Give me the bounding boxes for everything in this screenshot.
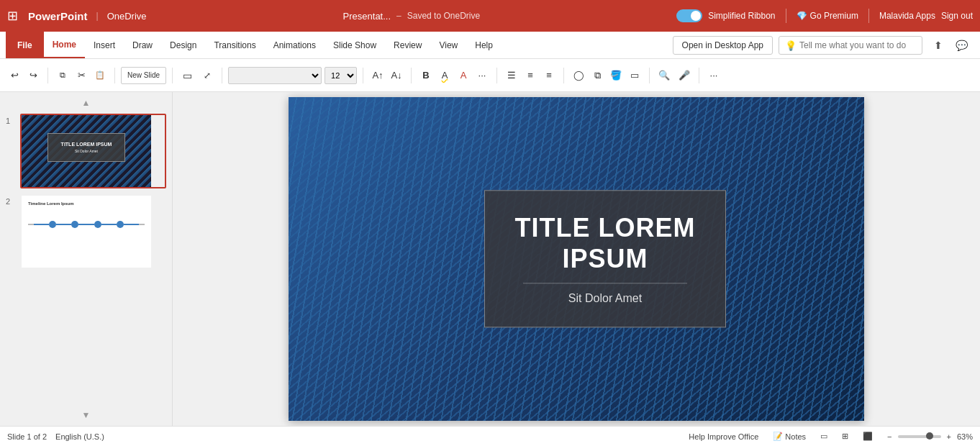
toolbar: ↩ ↪ ⧉ ✂ 📋 New Slide ▭ ⤢ 12 A↑ A↓ B A A ·… [0,59,980,92]
notes-button[interactable]: 📝 Notes [770,432,809,441]
toolbar-sep10 [699,68,699,83]
text-format-group: B A A ··· [417,65,491,86]
zoom-in-button[interactable]: + [944,432,954,441]
copy-button[interactable]: ⧉ [54,65,71,86]
paste-button[interactable]: 📋 [91,65,109,86]
scroll-down-button[interactable]: ▼ [6,410,166,420]
main-slide-textbox[interactable]: TITLE LOREM IPSUM Sit Dolor Amet [484,190,726,327]
menu-design[interactable]: Design [161,32,205,58]
title-bar: ⊞ PowerPoint | OneDrive Presentat... – S… [0,0,980,32]
slide-image-2[interactable]: Timeline Lorem Ipsum [20,194,166,269]
go-premium-button[interactable]: 💎 Go Premium [797,11,858,21]
reset-button[interactable]: ⤢ [199,65,216,86]
font-size-adjust-group: A↑ A↓ [369,65,405,86]
more-text-button[interactable]: ··· [473,65,491,86]
dictate-button[interactable]: 🎤 [676,65,693,86]
slide-canvas-1: TITLE LOREM IPSUM Sit Dolor Amet [22,115,151,187]
bullet-list-button[interactable]: ☰ [503,65,520,86]
tell-me-input[interactable] [799,40,916,50]
menu-home[interactable]: Home [44,32,85,58]
simplified-ribbon-area: Simplified Ribbon [676,9,775,22]
font-color-button[interactable]: A [455,65,472,86]
malavida-apps-link[interactable]: Malavida Apps [879,11,935,21]
tell-me-area[interactable]: 💡 [779,36,922,55]
app-name: PowerPoint [28,10,88,22]
menu-view[interactable]: View [430,32,466,58]
toolbar-sep6 [411,68,412,83]
titlebar-divider1 [786,9,786,23]
menu-insert[interactable]: Insert [85,32,124,58]
search-button[interactable]: 🔍 [655,65,673,86]
simplified-ribbon-label: Simplified Ribbon [708,11,775,21]
highlight-button[interactable]: A [436,65,453,86]
slide1-title-sm: TITLE LOREM IPSUM [61,142,112,147]
clipboard-group: ⧉ ✂ 📋 [54,65,109,86]
align-button[interactable]: ≡ [540,65,558,86]
slide-number-1: 1 [6,114,16,125]
slide-sorter-button[interactable]: ⊞ [839,432,851,441]
font-size-select[interactable]: 12 [325,67,357,84]
slide2-timeline-area [28,221,145,228]
zoom-slider[interactable] [898,435,941,438]
menu-slideshow[interactable]: Slide Show [325,32,385,58]
canvas-area: TITLE LOREM IPSUM Sit Dolor Amet [173,92,980,426]
sign-out-link[interactable]: Sign out [941,11,973,21]
menu-transitions[interactable]: Transitions [205,32,264,58]
font-decrease-button[interactable]: A↓ [388,65,405,86]
undo-button[interactable]: ↩ [6,65,23,86]
toolbar-sep5 [363,68,363,83]
new-slide-button[interactable]: New Slide [121,67,166,84]
header-right-icons: ⬆ 💬 [925,32,974,58]
normal-view-icon: ▭ [820,432,827,441]
menu-animations[interactable]: Animations [265,32,325,58]
font-name-select[interactable] [228,67,322,84]
numbered-list-button[interactable]: ≡ [522,65,539,86]
normal-view-button[interactable]: ▭ [817,432,830,441]
comments-icon[interactable]: 💬 [951,35,971,55]
slide-canvas-2: Timeline Lorem Ipsum [22,196,151,268]
zoom-thumb [926,432,933,440]
app-grid-icon[interactable]: ⊞ [7,8,18,24]
slide1-subtitle-sm: Sit Dolor Amet [75,149,98,153]
menu-draw[interactable]: Draw [124,32,161,58]
scroll-up-button[interactable]: ▲ [6,98,166,108]
more-button[interactable]: ··· [705,65,722,86]
main-slide-title: TITLE LOREM IPSUM [502,212,708,274]
main-slide[interactable]: TITLE LOREM IPSUM Sit Dolor Amet [289,97,864,421]
help-improve-button[interactable]: Help Improve Office [686,432,761,441]
toolbar-sep4 [222,68,222,83]
main-area: ▲ 1 TITLE LOREM IPSUM Sit Dolor Amet 2 [0,92,980,426]
slide-number-2: 2 [6,194,16,206]
cut-button[interactable]: ✂ [73,65,90,86]
slide-thumb-2[interactable]: 2 Timeline Lorem Ipsum [6,194,166,269]
share-icon[interactable]: ⬆ [928,35,948,55]
onedrive-label[interactable]: OneDrive [107,11,147,22]
saved-status: Saved to OneDrive [407,11,480,21]
slide-image-1[interactable]: TITLE LOREM IPSUM Sit Dolor Amet [20,114,166,188]
bold-button[interactable]: B [417,65,435,86]
shape-outline-button[interactable]: ▭ [626,65,643,86]
font-increase-button[interactable]: A↑ [369,65,386,86]
new-slide-label: New Slide [127,71,160,79]
simplified-ribbon-toggle[interactable] [676,9,702,22]
slide-thumb-1[interactable]: 1 TITLE LOREM IPSUM Sit Dolor Amet [6,114,166,188]
toolbar-sep1 [47,68,48,83]
slide1-textbox: TITLE LOREM IPSUM Sit Dolor Amet [47,133,125,162]
arrange-button[interactable]: ⧉ [589,65,606,86]
layout-button[interactable]: ▭ [178,65,196,86]
open-desktop-button[interactable]: Open in Desktop App [673,36,773,55]
menu-file[interactable]: File [6,32,44,58]
menu-bar: File Home Insert Draw Design Transitions… [0,32,980,59]
zoom-out-button[interactable]: − [884,432,894,441]
shape-fill-button[interactable]: 🪣 [607,65,625,86]
open-desktop-label: Open in Desktop App [682,40,763,50]
slide2-title-sm: Timeline Lorem Ipsum [28,201,74,206]
reading-view-button[interactable]: ⬛ [860,432,876,441]
shapes-button[interactable]: ◯ [570,65,587,86]
slide-sorter-icon: ⊞ [842,432,848,441]
toolbar-sep9 [649,68,650,83]
menu-review[interactable]: Review [385,32,430,58]
redo-button[interactable]: ↪ [24,65,42,86]
menu-help[interactable]: Help [466,32,502,58]
undo-redo-group: ↩ ↪ [6,65,42,86]
